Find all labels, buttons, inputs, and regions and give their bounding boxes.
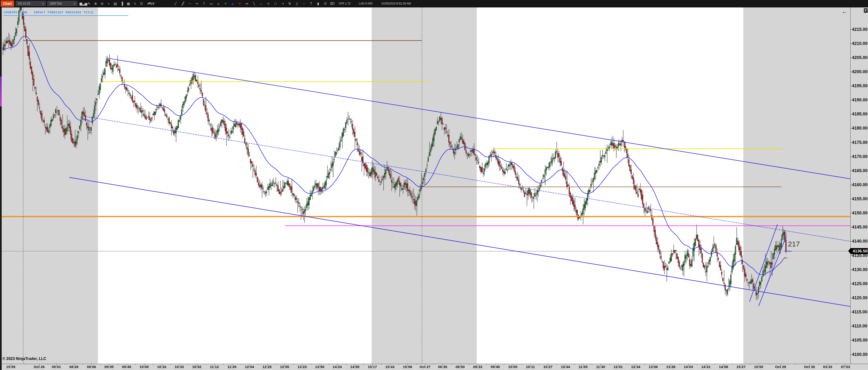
price-axis-label: 4125.00 <box>852 281 868 286</box>
time-axis-label: 12:25 <box>262 365 272 369</box>
time-axis-label: 09:06 <box>87 365 96 369</box>
price-axis-label: 4115.00 <box>852 310 867 315</box>
news-column-country-time: COUNTRY TIME <box>4 10 28 14</box>
lag-value: LAG 0.000 <box>359 0 372 7</box>
time-axis-label: 14:24 <box>333 365 342 369</box>
time-axis-label: Oct 26 <box>34 365 45 369</box>
focus-button[interactable]: F <box>864 8 868 13</box>
line-segment-icon[interactable]: ╲ <box>251 1 257 6</box>
time-axis-label: 15:17 <box>368 365 377 369</box>
news-underline <box>3 15 128 16</box>
time-axis-label: 14:03 <box>684 365 693 369</box>
stacked-lines-icon[interactable]: ≡ <box>266 1 271 6</box>
price-axis-label: 4165.00 <box>852 168 868 173</box>
datetime-value: 10/29/2023 6:52:29 AM <box>381 0 411 7</box>
arrow-down-green-icon[interactable]: ▼ <box>223 1 228 6</box>
news-column-impact-forecast: IMPACT FORECAST PREVIOUS TITLE <box>34 10 93 14</box>
data-box-icon[interactable]: ▤ <box>113 1 118 6</box>
bar-chart-icon[interactable]: ▆▂▅ <box>80 1 85 6</box>
pencil-icon[interactable]: ✎ <box>86 1 92 6</box>
double-horizontal-line-icon[interactable]: ═ <box>194 1 200 6</box>
rectangle-icon[interactable]: □ <box>273 1 278 6</box>
price-axis-label: 4185.00 <box>852 112 868 117</box>
arrow-leftright-icon[interactable]: ↔ <box>258 1 264 6</box>
price-axis-label: 4120.00 <box>852 295 868 301</box>
copyright-label: © 2023 NinjaTrader, LLC <box>2 357 46 361</box>
time-axis-label: 06:35 <box>438 365 447 369</box>
zoom-in-icon[interactable]: ⊕ <box>93 1 98 6</box>
time-axis-label: 13:50 <box>315 365 324 369</box>
chart-window-icon[interactable]: ▦ <box>126 1 131 6</box>
interval-dropdown[interactable]: 2000 Tick ∨ <box>47 1 78 6</box>
ruler-icon[interactable]: ▭ <box>208 1 214 6</box>
toolbar: Chart ES 12-23 ∨ 2000 Tick ∨ ▆▂▅✎⊕⊖+▤▐▦∿… <box>0 0 868 7</box>
chart-text-annotation[interactable]: 217 <box>788 240 800 248</box>
time-axis-label: 09:35 <box>104 365 114 369</box>
time-axis-label: 14:31 <box>701 365 710 369</box>
parallel-lines-icon[interactable]: ╱╱ <box>180 1 186 6</box>
time-axis-label: 14:58 <box>719 365 728 369</box>
crosshair-icon[interactable]: + <box>106 1 112 6</box>
price-axis[interactable]: 4215.004210.004205.004200.004195.004190.… <box>850 7 868 364</box>
vertical-dotted-rect-icon[interactable]: ▯ <box>294 1 300 6</box>
tab-chart[interactable]: Chart <box>1 0 14 7</box>
dotted-rect-icon[interactable]: ▫ <box>301 1 307 6</box>
trash-icon[interactable]: ⌦ <box>330 1 335 6</box>
diagonal-line-icon[interactable]: ╱ <box>173 1 179 6</box>
price-axis-label: 4145.00 <box>852 225 868 230</box>
price-axis-label: 4160.00 <box>852 182 868 188</box>
time-axis-label: 10:44 <box>561 365 570 369</box>
time-axis-label: 12:34 <box>631 365 640 369</box>
dotted-arrow-icon[interactable]: ⇢ <box>280 1 285 6</box>
time-axis-label: 11:12 <box>210 365 219 369</box>
instrument-dropdown[interactable]: ES 12-23 ∨ <box>16 1 46 6</box>
time-axis-label: 13:28 <box>666 365 675 369</box>
time-axis-label: 12:55 <box>280 365 289 369</box>
time-axis-label: 10:11 <box>526 365 535 369</box>
price-axis-label: 4210.00 <box>852 41 868 46</box>
price-axis-label: 4130.00 <box>852 267 868 272</box>
scroll-back-arrow-icon[interactable]: ← <box>842 8 847 15</box>
time-axis-label: 11:35 <box>227 365 237 369</box>
candle-tool-icon[interactable]: ▮ <box>315 1 321 6</box>
zoom-out-icon[interactable]: ⊖ <box>99 1 105 6</box>
atr-value: ATR 1.72 <box>339 0 351 7</box>
checklist-icon[interactable]: ☑ <box>139 1 145 6</box>
time-axis-label: 09:33 <box>473 365 482 369</box>
arrow-up-blue-icon[interactable]: ▲ <box>230 1 236 6</box>
time-axis-label: 13:23 <box>298 365 307 369</box>
horizontal-line-icon[interactable]: ─ <box>187 1 193 6</box>
time-axis-label: 14:50 <box>350 365 359 369</box>
time-axis-label: 10:27 <box>544 365 553 369</box>
price-axis-label: 4190.00 <box>852 97 868 103</box>
chart-plot-area[interactable] <box>0 0 868 370</box>
time-axis[interactable]: 15:59Oct 2605:0108:2609:0609:3509:4510:0… <box>0 364 868 370</box>
text-tool-icon[interactable]: T <box>308 1 314 6</box>
arrow-up-green-icon[interactable]: ▲ <box>215 1 221 6</box>
plv-button[interactable]: PLV <box>149 1 154 6</box>
time-axis-label: 12:04 <box>245 365 254 369</box>
polyline-icon[interactable]: ∿ <box>132 1 138 6</box>
updown-arrows-icon[interactable]: ⇅ <box>287 1 292 6</box>
time-axis-label: 15:43 <box>385 365 394 369</box>
price-axis-label: 4180.00 <box>852 126 868 131</box>
time-axis-label: 07:03 <box>841 365 850 369</box>
time-axis-label: 10:00 <box>140 365 149 369</box>
price-axis-label: 4215.00 <box>852 27 868 32</box>
time-axis-label: 15:27 <box>736 365 745 369</box>
price-axis-label: 4100.00 <box>852 352 868 357</box>
panel-right-icon[interactable]: ▐ <box>119 1 125 6</box>
time-axis-label: 10:00 <box>508 365 517 369</box>
text-cursor-icon[interactable]: I <box>201 1 207 6</box>
instrument-value: ES 12-23 <box>18 2 30 5</box>
chevron-down-icon: ∨ <box>73 1 75 6</box>
price-axis-label: 4105.00 <box>852 338 868 343</box>
time-axis-label: 08:26 <box>69 365 79 369</box>
time-axis-label: 10:33 <box>175 365 184 369</box>
eye-off-icon[interactable]: ∅ <box>322 1 328 6</box>
time-axis-label: 08:50 <box>456 365 465 369</box>
time-axis-label: 11:05 <box>579 365 588 369</box>
arrow-right-icon[interactable]: ↦ <box>244 1 250 6</box>
price-axis-label: 4205.00 <box>852 55 868 60</box>
arrow-down-red-icon[interactable]: ▼ <box>237 1 243 6</box>
